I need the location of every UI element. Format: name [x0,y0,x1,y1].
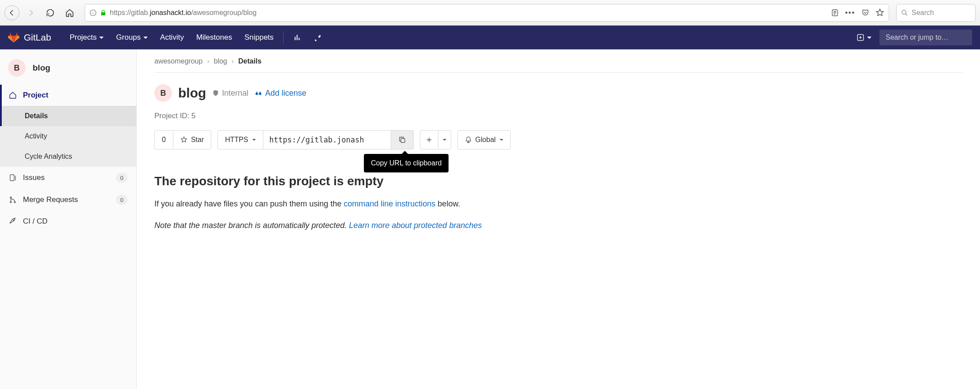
star-icon [180,136,187,143]
url-text: https://gitlab.jonashackt.io/awesomegrou… [110,9,257,17]
copy-url-button[interactable] [391,130,414,150]
home-icon [9,91,17,99]
back-button[interactable] [4,5,19,20]
address-bar[interactable]: https://gitlab.jonashackt.io/awesomegrou… [85,4,889,22]
sidebar-project-header[interactable]: B blog [0,55,136,85]
sidebar-project-title: blog [33,63,50,73]
copy-icon [398,136,406,144]
sidebar-label: Merge Requests [23,195,78,204]
chevron-right-icon: › [207,57,209,65]
cli-instructions-link[interactable]: command line instructions [344,199,435,208]
rocket-icon [9,217,17,225]
nav-projects[interactable]: Projects [64,26,110,49]
sidebar-item-issues[interactable]: Issues 0 [0,167,136,189]
empty-state-note: Note that the master branch is automatic… [154,220,962,232]
add-button[interactable] [420,130,438,150]
svg-rect-9 [401,138,405,142]
star-count[interactable]: 0 [154,130,173,150]
project-id: Project ID: 5 [154,112,962,120]
merge-count: 0 [116,195,127,205]
merge-icon [9,196,17,204]
gitlab-wordmark: GitLab [24,32,51,43]
browser-toolbar: https://gitlab.jonashackt.io/awesomegrou… [0,0,980,26]
nav-snippets[interactable]: Snippets [238,26,280,49]
issues-icon [9,174,17,182]
home-button[interactable] [62,5,78,21]
browser-search-placeholder: Search [912,9,934,17]
add-dropdown[interactable] [438,130,451,150]
svg-point-5 [10,197,11,198]
sidebar-label: Issues [23,173,45,182]
nav-groups[interactable]: Groups [110,26,154,49]
copy-tooltip: Copy URL to clipboard [364,154,449,172]
breadcrumb: awesomegroup › blog › Details [154,57,962,73]
project-name: blog [178,86,206,101]
clone-url-input[interactable] [263,130,391,150]
nav-admin-icon[interactable] [307,26,328,49]
plus-icon [426,136,433,143]
info-icon [90,9,97,16]
svg-point-6 [10,202,11,203]
main-content: awesomegroup › blog › Details B blog Int… [137,49,980,389]
project-avatar: B [8,59,26,77]
shield-icon [212,89,219,97]
bell-icon [465,136,472,143]
clone-group: HTTPS [217,130,413,150]
visibility-badge: Internal [212,89,248,98]
gitlab-icon [8,32,19,43]
svg-rect-4 [10,175,14,181]
sidebar-label: CI / CD [23,217,48,226]
chevron-right-icon: › [232,57,234,65]
add-license-link[interactable]: Add license [254,89,306,98]
nav-separator [283,31,284,44]
forward-button[interactable] [23,5,39,21]
project-header: B blog Internal Add license [154,84,962,102]
issues-count: 0 [116,173,127,183]
empty-state-body: If you already have files you can push t… [154,198,962,210]
add-group [420,130,451,150]
protected-branches-link[interactable]: Learn more about protected branches [349,221,482,230]
browser-search[interactable]: Search [896,4,976,22]
star-group: 0 Star [154,130,211,150]
crumb-project[interactable]: blog [214,57,227,65]
reader-icon[interactable] [831,9,839,17]
sidebar: B blog Project Details Activity Cycle An… [0,49,137,389]
svg-point-2 [902,10,906,14]
sidebar-item-project[interactable]: Project [0,85,136,106]
star-button[interactable]: Star [173,130,211,150]
nav-search[interactable]: Search or jump to… [879,30,972,45]
svg-point-7 [14,202,15,203]
plus-icon [857,34,864,41]
protocol-dropdown[interactable]: HTTPS [217,130,263,150]
notification-dropdown[interactable]: Global [457,130,511,150]
menu-dots-icon[interactable]: ••• [845,9,855,17]
nav-analytics-icon[interactable] [287,26,307,49]
bookmark-star-icon[interactable] [875,8,884,17]
sidebar-sub-details[interactable]: Details [0,106,136,126]
sidebar-sub-cycle[interactable]: Cycle Analytics [0,146,136,167]
sidebar-item-merge[interactable]: Merge Requests 0 [0,189,136,211]
crumb-page: Details [238,57,261,65]
nav-activity[interactable]: Activity [154,26,190,49]
project-avatar: B [154,84,172,102]
gitlab-topnav: GitLab Projects Groups Activity Mileston… [0,26,980,49]
lock-icon [100,10,106,16]
empty-state-title: The repository for this project is empty [154,174,962,188]
sidebar-sub-activity[interactable]: Activity [0,126,136,146]
pocket-icon[interactable] [861,9,869,17]
scales-icon [254,89,262,97]
nav-milestones[interactable]: Milestones [190,26,238,49]
reload-button[interactable] [42,5,58,21]
gitlab-logo[interactable]: GitLab [8,32,51,43]
search-icon [901,9,908,16]
project-actions: 0 Star HTTPS Glo [154,130,962,150]
sidebar-label: Project [23,91,49,100]
sidebar-item-cicd[interactable]: CI / CD [0,211,136,232]
crumb-group[interactable]: awesomegroup [154,57,202,65]
nav-search-placeholder: Search or jump to… [886,34,948,41]
nav-plus[interactable] [855,34,873,41]
sidebar-project-submenu: Details Activity Cycle Analytics [0,106,136,167]
